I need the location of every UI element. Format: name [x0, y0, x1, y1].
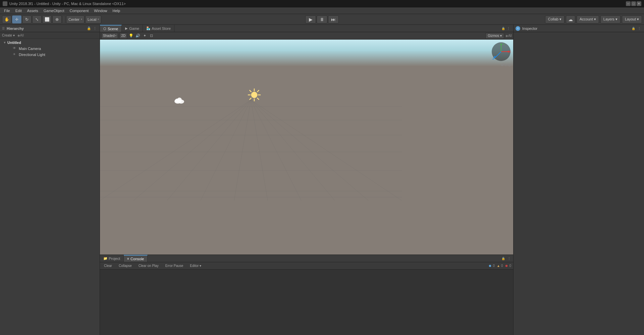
svg-line-8 — [133, 100, 251, 201]
layers-dropdown[interactable]: Layers ▾ — [600, 15, 621, 23]
coords-dropdown[interactable]: Local ▾ — [85, 15, 101, 23]
title-bar: Unity 2018.3f1 - Untitled - Unity - PC, … — [0, 0, 644, 7]
menu-help[interactable]: Help — [110, 8, 123, 13]
svg-line-9 — [167, 100, 251, 201]
light-expand-icon — [8, 53, 12, 57]
project-tab-icon: 📁 — [103, 257, 107, 260]
hand-tool-button[interactable]: ✋ — [2, 15, 11, 23]
tab-game[interactable]: ▶ Game — [122, 25, 143, 32]
scene-gizmo[interactable]: Y X Z ◂Persp — [491, 42, 511, 65]
scene-audio-icon[interactable]: 🔊 — [135, 33, 141, 39]
hierarchy-item-directionallight[interactable]: ☀ Directional Light — [0, 52, 100, 58]
center-area: ⬡ Scene ▶ Game 🏪 Asset Store 🔒 ⋮ Shaded … — [100, 25, 513, 335]
console-content — [100, 270, 513, 335]
scene-view[interactable]: Y X Z ◂Persp — [100, 40, 513, 255]
layout-dropdown[interactable]: Layout ▾ — [622, 15, 642, 23]
hierarchy-create-button[interactable]: Create ▾ — [2, 34, 15, 37]
bottom-tabs: 📁 Project ≡ Console 🔒 ⋮ — [100, 255, 513, 262]
scene-fx-icon[interactable]: ✦ — [142, 33, 147, 39]
warn-count: 0 — [501, 264, 503, 268]
collab-button[interactable]: Collab ▾ — [545, 15, 565, 23]
hierarchy-item-maincamera[interactable]: 👁 Main Camera — [0, 46, 100, 52]
move-tool-button[interactable]: ✛ — [12, 15, 21, 23]
collapse-button[interactable]: Collapse — [117, 263, 134, 268]
menu-assets[interactable]: Assets — [24, 8, 41, 13]
inspector-panel: i Inspector 🔒 ⋮ — [513, 25, 644, 335]
pivot-dropdown[interactable]: Center ▾ — [66, 15, 85, 23]
inspector-title: Inspector — [522, 26, 537, 31]
tab-scene[interactable]: ⬡ Scene — [100, 25, 122, 32]
editor-dropdown[interactable]: Editor ▾ — [188, 263, 203, 268]
warn-badge[interactable]: ▲ 0 — [497, 264, 503, 268]
gizmos-dropdown[interactable]: Gizmos ▾ — [485, 33, 504, 39]
scale-tool-button[interactable]: ⤡ — [32, 15, 42, 23]
asset-store-tab-icon: 🏪 — [146, 26, 150, 30]
svg-point-29 — [175, 99, 179, 103]
inspector-lock-button[interactable]: 🔒 — [631, 26, 636, 31]
tool-buttons: ✋ ✛ ↻ ⤡ ⬜ ⊕ Center ▾ Local ▾ — [2, 15, 101, 23]
inspector-content — [514, 32, 644, 335]
2d-toggle[interactable]: 2D — [119, 33, 127, 39]
close-button[interactable]: ✕ — [637, 1, 641, 6]
scene-panel-menu-button[interactable]: ⋮ — [506, 26, 511, 31]
info-icon: ⏺ — [488, 264, 492, 268]
pivot-chevron-icon: ▾ — [81, 18, 82, 21]
scene-hide-icon[interactable]: ⊡ — [149, 33, 154, 39]
svg-line-12 — [251, 100, 268, 201]
maximize-button[interactable]: □ — [631, 1, 636, 6]
svg-line-7 — [100, 100, 251, 201]
hierarchy-sub-header: Create ▾ ◈All — [0, 32, 100, 39]
transform-tool-button[interactable]: ⊕ — [52, 15, 62, 23]
bottom-menu-button[interactable]: ⋮ — [506, 256, 512, 261]
main-toolbar: ✋ ✛ ↻ ⤡ ⬜ ⊕ Center ▾ Local ▾ ▶ ⏸ ⏭ Colla… — [0, 14, 644, 25]
scene-tabs: ⬡ Scene ▶ Game 🏪 Asset Store 🔒 ⋮ — [100, 25, 513, 32]
tab-project[interactable]: 📁 Project — [100, 255, 124, 262]
svg-line-11 — [234, 100, 251, 201]
scene-expand-icon: ▼ — [3, 41, 7, 45]
cloud-button[interactable]: ☁ — [566, 15, 575, 23]
step-button[interactable]: ⏭ — [328, 15, 339, 23]
pause-button[interactable]: ⏸ — [317, 15, 327, 23]
inspector-icon: i — [516, 26, 520, 31]
menu-component[interactable]: Component — [67, 8, 91, 13]
menu-edit[interactable]: Edit — [13, 8, 24, 13]
rotate-tool-button[interactable]: ↻ — [22, 15, 32, 23]
menu-gameobject[interactable]: GameObject — [41, 8, 67, 13]
svg-line-10 — [201, 100, 251, 201]
hierarchy-header: ☰ Hierarchy 🔒 ⋮ — [0, 25, 100, 32]
camera-visibility-icon: 👁 — [13, 46, 17, 51]
2d-label: 2D — [121, 34, 125, 38]
light-label: Directional Light — [19, 53, 45, 57]
hierarchy-scene-item[interactable]: ▼ Untitled — [0, 40, 100, 46]
svg-line-23 — [257, 98, 259, 99]
hierarchy-title: Hierarchy — [7, 26, 24, 31]
svg-line-24 — [257, 90, 259, 92]
clear-on-play-button[interactable]: Clear on Play — [137, 263, 161, 268]
scene-panel-lock-button[interactable]: 🔒 — [500, 26, 506, 31]
shading-dropdown[interactable]: Shaded ▾ — [101, 33, 118, 39]
bottom-lock-button[interactable]: 🔒 — [500, 256, 506, 261]
info-count: 0 — [493, 264, 495, 268]
game-tab-label: Game — [129, 26, 139, 31]
tab-console[interactable]: ≡ Console — [124, 255, 148, 262]
clear-button[interactable]: Clear — [102, 263, 114, 268]
camera-label: Main Camera — [19, 47, 41, 51]
info-badge[interactable]: ⏺ 0 — [488, 264, 495, 268]
hierarchy-menu-button[interactable]: ⋮ — [92, 26, 98, 31]
scene-light-icon[interactable]: 💡 — [128, 33, 134, 39]
error-badge[interactable]: ⏺ 0 — [505, 264, 511, 268]
menu-file[interactable]: File — [1, 8, 13, 13]
account-dropdown[interactable]: Account ▾ — [577, 15, 599, 23]
error-pause-button[interactable]: Error Pause — [163, 263, 185, 268]
tab-asset-store[interactable]: 🏪 Asset Store — [143, 25, 174, 32]
console-right: ⏺ 0 ▲ 0 ⏺ 0 — [488, 264, 511, 268]
menu-window[interactable]: Window — [91, 8, 110, 13]
inspector-menu-button[interactable]: ⋮ — [637, 26, 642, 31]
app-icon — [3, 1, 7, 6]
coords-chevron-icon: ▾ — [98, 18, 99, 21]
rect-tool-button[interactable]: ⬜ — [42, 15, 52, 23]
hierarchy-lock-button[interactable]: 🔒 — [86, 26, 92, 31]
play-button[interactable]: ▶ — [305, 15, 316, 23]
minimize-button[interactable]: ─ — [626, 1, 631, 6]
console-tab-label: Console — [130, 257, 144, 261]
